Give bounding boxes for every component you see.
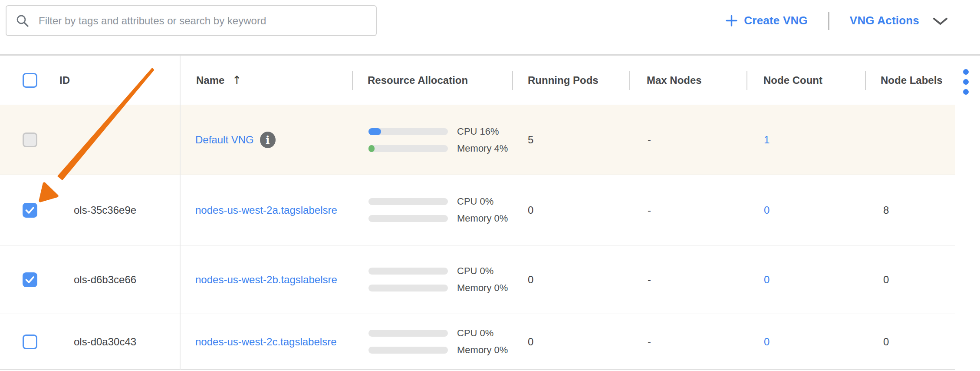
column-header-max-nodes[interactable]: Max Nodes <box>642 74 760 86</box>
vng-id: ols-d0a30c43 <box>52 336 180 348</box>
toolbar-divider <box>828 12 829 30</box>
vng-id: ols-35c36e9e <box>52 204 180 216</box>
memory-usage-label: Memory 0% <box>457 344 508 356</box>
node-labels-value: 0 <box>877 274 955 286</box>
chevron-down-icon <box>933 17 948 26</box>
select-all-checkbox[interactable] <box>23 73 37 88</box>
vng-table: ID Name ↑ Resource Allocation Running Po… <box>0 56 980 370</box>
header-divider <box>629 71 630 90</box>
resource-allocation-cell: CPU 0% Memory 0% <box>365 265 523 294</box>
node-labels-value: 8 <box>877 204 955 216</box>
header-divider <box>512 71 513 90</box>
column-header-name[interactable]: Name ↑ <box>180 73 365 87</box>
vng-name-link[interactable]: nodes-us-west-2b.tagslabelsre <box>195 274 337 286</box>
cpu-usage-bar <box>368 330 448 337</box>
row-checkbox[interactable] <box>23 272 37 287</box>
running-pods-value: 0 <box>523 204 642 216</box>
row-checkbox <box>23 132 37 147</box>
toolbar: Create VNG VNG Actions <box>0 0 980 54</box>
max-nodes-value: - <box>642 274 760 286</box>
search-icon <box>16 14 29 27</box>
memory-usage-label: Memory 0% <box>457 213 508 224</box>
table-row: Default VNG i CPU 16% Memory 4% 5 - 1 <box>0 105 955 175</box>
table-row: ols-d6b3ce66 nodes-us-west-2b.tagslabels… <box>0 245 955 314</box>
column-header-resource-allocation[interactable]: Resource Allocation <box>365 74 523 86</box>
cpu-usage-bar <box>368 128 448 135</box>
memory-bar-fill <box>368 145 375 152</box>
max-nodes-value: - <box>642 204 760 216</box>
memory-usage-label: Memory 0% <box>457 282 508 294</box>
info-icon[interactable]: i <box>260 132 276 148</box>
vng-actions-button[interactable]: VNG Actions <box>850 14 948 27</box>
table-header-row: ID Name ↑ Resource Allocation Running Po… <box>0 56 955 105</box>
memory-usage-bar <box>368 285 448 292</box>
memory-usage-label: Memory 4% <box>457 143 508 154</box>
node-count-link[interactable]: 0 <box>764 274 770 286</box>
cpu-usage-label: CPU 0% <box>457 196 493 207</box>
table-row: ols-d0a30c43 nodes-us-west-2c.tagslabels… <box>0 314 955 370</box>
vng-actions-label: VNG Actions <box>850 14 919 27</box>
toolbar-actions: Create VNG VNG Actions <box>726 0 948 41</box>
node-count-link[interactable]: 1 <box>764 134 770 146</box>
resource-allocation-cell: CPU 16% Memory 4% <box>365 126 523 154</box>
memory-usage-bar <box>368 145 448 152</box>
cpu-usage-label: CPU 0% <box>457 328 493 339</box>
cpu-usage-bar <box>368 268 448 275</box>
sort-ascending-icon: ↑ <box>232 73 242 87</box>
column-header-id[interactable]: ID <box>52 74 180 86</box>
max-nodes-value: - <box>642 134 760 146</box>
vng-name-link[interactable]: nodes-us-west-2a.tagslabelsre <box>195 204 337 216</box>
memory-usage-bar <box>368 347 448 354</box>
node-labels-value: 0 <box>877 336 955 348</box>
create-vng-label: Create VNG <box>744 14 808 27</box>
header-divider <box>865 71 866 90</box>
header-divider <box>352 71 353 90</box>
column-header-running-pods[interactable]: Running Pods <box>523 74 642 86</box>
resource-allocation-cell: CPU 0% Memory 0% <box>365 196 523 224</box>
create-vng-button[interactable]: Create VNG <box>726 14 808 27</box>
header-divider <box>747 71 747 90</box>
filter-search-box[interactable] <box>6 5 377 36</box>
node-count-link[interactable]: 0 <box>764 204 770 216</box>
search-input[interactable] <box>38 14 366 27</box>
column-header-node-count[interactable]: Node Count <box>760 74 877 86</box>
node-count-link[interactable]: 0 <box>764 336 770 348</box>
id-name-column-divider <box>180 56 181 370</box>
memory-usage-bar <box>368 215 448 222</box>
row-checkbox[interactable] <box>23 335 37 349</box>
cpu-usage-bar <box>368 198 448 205</box>
running-pods-value: 0 <box>523 336 642 348</box>
running-pods-value: 5 <box>523 134 642 146</box>
plus-icon <box>726 15 737 26</box>
resource-allocation-cell: CPU 0% Memory 0% <box>365 328 523 356</box>
max-nodes-value: - <box>642 336 760 348</box>
table-body: Default VNG i CPU 16% Memory 4% 5 - 1 ol… <box>0 105 980 370</box>
column-header-node-labels[interactable]: Node Labels <box>877 74 955 86</box>
cpu-bar-fill <box>368 128 381 135</box>
row-checkbox[interactable] <box>23 203 37 218</box>
column-options-menu-icon[interactable] <box>963 69 969 95</box>
cpu-usage-label: CPU 0% <box>457 265 493 277</box>
cpu-usage-label: CPU 16% <box>457 126 499 137</box>
vng-name-link[interactable]: nodes-us-west-2c.tagslabelsre <box>195 336 337 348</box>
running-pods-value: 0 <box>523 274 642 286</box>
vng-id: ols-d6b3ce66 <box>52 274 180 286</box>
vng-name-link[interactable]: Default VNG <box>195 134 254 146</box>
table-row: ols-35c36e9e nodes-us-west-2a.tagslabels… <box>0 175 955 245</box>
